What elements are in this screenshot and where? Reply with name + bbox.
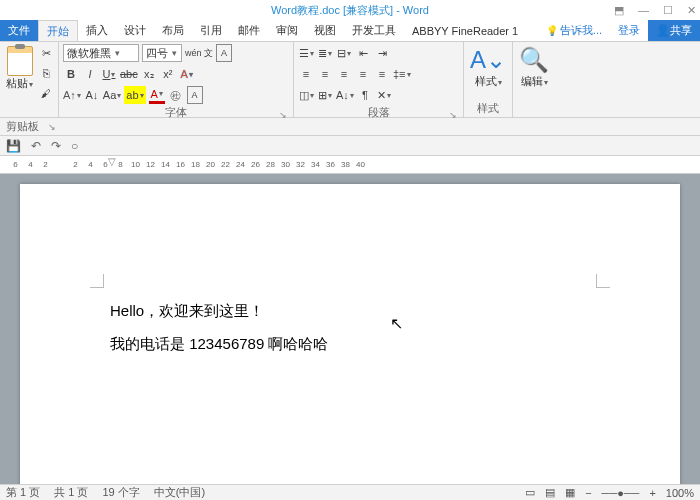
align-justify-button[interactable]: ≡ bbox=[355, 65, 371, 83]
status-wordcount[interactable]: 19 个字 bbox=[102, 485, 139, 500]
zoom-slider[interactable]: ──●── bbox=[602, 487, 640, 499]
shading-button[interactable]: ◫ bbox=[298, 86, 314, 104]
tellme-search[interactable]: 告诉我... bbox=[538, 20, 610, 41]
horizontal-ruler[interactable]: ▽ 64224681012141618202224262830323436384… bbox=[0, 156, 700, 174]
tab-references[interactable]: 引用 bbox=[192, 20, 230, 41]
tab-review[interactable]: 审阅 bbox=[268, 20, 306, 41]
underline-button[interactable]: U bbox=[101, 65, 117, 83]
styles-icon: A⌄ bbox=[470, 46, 506, 74]
tab-mailings[interactable]: 邮件 bbox=[230, 20, 268, 41]
numbering-button[interactable]: ≣ bbox=[317, 44, 333, 62]
change-case-button[interactable]: Aa bbox=[103, 86, 121, 104]
asian-layout-button[interactable]: ✕ bbox=[376, 86, 392, 104]
paragraph-dialog-launcher-icon[interactable]: ↘ bbox=[449, 110, 457, 120]
paragraph-line[interactable]: 我的电话是 123456789 啊哈哈哈 bbox=[110, 327, 590, 360]
document-page[interactable]: Hello，欢迎来到这里！ 我的电话是 123456789 啊哈哈哈 ↖ bbox=[20, 184, 680, 500]
qat-undo-button[interactable]: ↶ bbox=[31, 139, 41, 153]
ruler-tick: 24 bbox=[233, 160, 248, 169]
tab-finereader[interactable]: ABBYY FineReader 1 bbox=[404, 20, 526, 41]
tab-devtools[interactable]: 开发工具 bbox=[344, 20, 404, 41]
ruler-tick: 12 bbox=[143, 160, 158, 169]
font-name-combo[interactable]: 微软雅黑 bbox=[63, 44, 139, 62]
status-language[interactable]: 中文(中国) bbox=[154, 485, 205, 500]
highlight-button[interactable]: ab bbox=[124, 86, 145, 104]
tab-view[interactable]: 视图 bbox=[306, 20, 344, 41]
status-bar: 第 1 页 共 1 页 19 个字 中文(中国) ▭ ▤ ▦ − ──●── +… bbox=[0, 484, 700, 500]
format-painter-button[interactable] bbox=[38, 84, 54, 102]
ruler-tick: 6 bbox=[8, 160, 23, 169]
increase-indent-button[interactable]: ⇥ bbox=[374, 44, 390, 62]
strikethrough-button[interactable]: abc bbox=[120, 65, 138, 83]
align-left-button[interactable]: ≡ bbox=[298, 65, 314, 83]
margin-corner-icon bbox=[90, 274, 104, 288]
tab-design[interactable]: 设计 bbox=[116, 20, 154, 41]
editing-button[interactable]: 🔍 编辑 bbox=[517, 44, 551, 91]
line-spacing-button[interactable]: ‡≡ bbox=[393, 65, 411, 83]
minimize-icon[interactable]: — bbox=[638, 4, 649, 17]
subscript-button[interactable]: x₂ bbox=[141, 65, 157, 83]
view-read-icon[interactable]: ▭ bbox=[525, 486, 535, 499]
group-styles: A⌄ 样式 样式 bbox=[464, 42, 513, 117]
decrease-indent-button[interactable]: ⇤ bbox=[355, 44, 371, 62]
close-icon[interactable]: ✕ bbox=[687, 4, 696, 17]
tab-layout[interactable]: 布局 bbox=[154, 20, 192, 41]
cut-button[interactable] bbox=[38, 44, 54, 62]
char-border-button[interactable]: A bbox=[216, 44, 232, 62]
align-right-button[interactable]: ≡ bbox=[336, 65, 352, 83]
zoom-out-button[interactable]: − bbox=[585, 487, 591, 499]
group-font-label: 字体↘ bbox=[63, 104, 289, 121]
document-body[interactable]: Hello，欢迎来到这里！ 我的电话是 123456789 啊哈哈哈 bbox=[110, 294, 590, 360]
status-pages[interactable]: 共 1 页 bbox=[54, 485, 88, 500]
phonetic-guide-button[interactable]: wén 文 bbox=[185, 44, 213, 62]
qat-more-button[interactable]: ○ bbox=[71, 139, 78, 153]
align-distribute-button[interactable]: ≡ bbox=[374, 65, 390, 83]
shrink-font-button[interactable]: A↓ bbox=[84, 86, 100, 104]
bullets-button[interactable]: ☰ bbox=[298, 44, 314, 62]
text-effects-button[interactable]: A bbox=[179, 65, 195, 83]
view-print-icon[interactable]: ▤ bbox=[545, 486, 555, 499]
indent-marker-icon[interactable]: ▽ bbox=[108, 156, 116, 167]
maximize-icon[interactable]: ☐ bbox=[663, 4, 673, 17]
multilevel-button[interactable]: ⊟ bbox=[336, 44, 352, 62]
qat-save-button[interactable]: 💾 bbox=[6, 139, 21, 153]
zoom-level[interactable]: 100% bbox=[666, 487, 694, 499]
margin-corner-icon bbox=[596, 274, 610, 288]
share-button[interactable]: 👤 共享 bbox=[648, 20, 700, 41]
paste-button[interactable]: 粘贴 bbox=[4, 44, 35, 93]
ribbon-options-icon[interactable]: ⬒ bbox=[614, 4, 624, 17]
font-color-button[interactable]: A bbox=[149, 86, 165, 104]
ruler-tick: 28 bbox=[263, 160, 278, 169]
group-font: 微软雅黑 四号 wén 文 A B I U abc x₂ x² A A↑ A↓ … bbox=[59, 42, 294, 117]
group-paragraph-label: 段落↘ bbox=[298, 104, 459, 121]
paragraph-line[interactable]: Hello，欢迎来到这里！ bbox=[110, 294, 590, 327]
show-marks-button[interactable]: ¶ bbox=[357, 86, 373, 104]
font-size-combo[interactable]: 四号 bbox=[142, 44, 182, 62]
ruler-tick: 10 bbox=[128, 160, 143, 169]
paste-label: 粘贴 bbox=[6, 76, 33, 91]
superscript-button[interactable]: x² bbox=[160, 65, 176, 83]
copy-button[interactable]: ⎘ bbox=[38, 64, 54, 82]
char-shading-button[interactable]: A bbox=[187, 86, 203, 104]
view-web-icon[interactable]: ▦ bbox=[565, 486, 575, 499]
group-styles-label: 样式 bbox=[468, 100, 508, 117]
sort-button[interactable]: A↓ bbox=[336, 86, 354, 104]
login-link[interactable]: 登录 bbox=[610, 20, 648, 41]
enclosed-char-button[interactable]: ㊓ bbox=[168, 86, 184, 104]
ruler-tick: 32 bbox=[293, 160, 308, 169]
font-dialog-launcher-icon[interactable]: ↘ bbox=[279, 110, 287, 120]
align-center-button[interactable]: ≡ bbox=[317, 65, 333, 83]
grow-font-button[interactable]: A↑ bbox=[63, 86, 81, 104]
window-controls: ⬒ — ☐ ✕ bbox=[614, 4, 696, 17]
qat-redo-button[interactable]: ↷ bbox=[51, 139, 61, 153]
italic-button[interactable]: I bbox=[82, 65, 98, 83]
tab-home[interactable]: 开始 bbox=[38, 20, 78, 41]
zoom-in-button[interactable]: + bbox=[649, 487, 655, 499]
styles-button[interactable]: A⌄ 样式 bbox=[468, 44, 508, 91]
tab-file[interactable]: 文件 bbox=[0, 20, 38, 41]
bold-button[interactable]: B bbox=[63, 65, 79, 83]
borders-button[interactable]: ⊞ bbox=[317, 86, 333, 104]
ruler-tick: 34 bbox=[308, 160, 323, 169]
tab-insert[interactable]: 插入 bbox=[78, 20, 116, 41]
status-page[interactable]: 第 1 页 bbox=[6, 485, 40, 500]
ruler-tick: 40 bbox=[353, 160, 368, 169]
